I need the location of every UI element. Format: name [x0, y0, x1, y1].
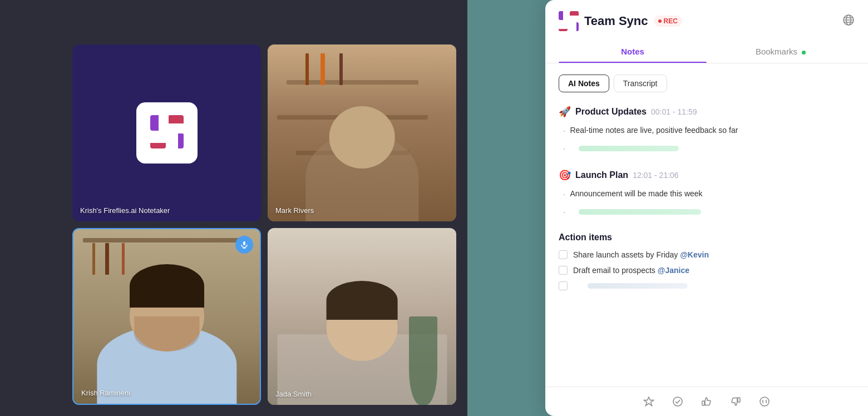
rocket-emoji: 🚀: [559, 106, 571, 118]
checkbox-janice[interactable]: [559, 266, 568, 275]
section-product-updates: 🚀 Product Updates 00:01 - 11:59 · Real-t…: [559, 106, 855, 156]
note-text: Real-time notes are live, positive feedb…: [570, 125, 738, 136]
tab-notes[interactable]: Notes: [559, 40, 707, 63]
sub-tabs: AI Notes Transcript: [559, 75, 855, 92]
section-title-product-updates: Product Updates: [575, 107, 647, 117]
video-tile-jada: Jada Smith: [268, 228, 456, 405]
action-placeholder: [588, 283, 688, 289]
note-item-placeholder: ·: [563, 206, 855, 219]
svg-rect-26: [702, 401, 704, 405]
panel-footer: [545, 387, 868, 416]
notetaker-logo-box: [136, 102, 198, 164]
note-item-placeholder: ·: [563, 142, 855, 156]
svg-rect-18: [559, 22, 568, 29]
sub-tab-transcript[interactable]: Transcript: [614, 75, 667, 92]
thumbs-down-icon[interactable]: [730, 396, 741, 407]
brand-logo-icon: [559, 11, 579, 31]
section-header-launch-plan: 🎯 Launch Plan 12:01 - 21:06: [559, 169, 855, 181]
action-item-janice: Draft email to prospects @Janice: [559, 266, 855, 275]
section-title-launch-plan: Launch Plan: [575, 170, 628, 180]
mention-janice: @Janice: [658, 266, 689, 275]
bookmarks-indicator: [802, 51, 806, 55]
svg-rect-17: [570, 22, 576, 31]
action-item-placeholder: [559, 281, 855, 290]
svg-marker-24: [644, 397, 654, 406]
svg-rect-16: [570, 16, 579, 22]
mic-button-krish[interactable]: [235, 236, 253, 254]
mention-kevin: @Kevin: [680, 250, 709, 259]
panel-tabs: Notes Bookmarks: [559, 40, 855, 63]
note-text: Announcement will be made this week: [570, 188, 702, 200]
panel-header: Team Sync REC Notes: [545, 0, 868, 63]
rec-dot: [658, 19, 662, 23]
title-left: Team Sync REC: [559, 11, 682, 31]
tile-label-jada: Jada Smith: [275, 390, 312, 398]
rec-label: REC: [664, 17, 678, 25]
action-item-kevin: Share launch assets by Friday @Kevin: [559, 250, 855, 259]
section-time-product-updates: 00:01 - 11:59: [651, 107, 697, 116]
bullet-icon: ·: [563, 188, 565, 201]
tile-label-notetaker: Krish's Fireflies.ai Notetaker: [80, 206, 170, 215]
section-header-product-updates: 🚀 Product Updates 00:01 - 11:59: [559, 106, 855, 118]
action-text-janice: Draft email to prospects @Janice: [573, 266, 689, 275]
svg-rect-7: [150, 133, 166, 143]
video-grid: Krish's Fireflies.ai Notetaker Mark Rive…: [0, 0, 467, 416]
fireflies-logo-icon: [147, 112, 186, 153]
notes-panel: Team Sync REC Notes: [545, 0, 868, 416]
video-tile-notetaker: Krish's Fireflies.ai Notetaker: [72, 44, 261, 221]
panel-title-row: Team Sync REC: [559, 11, 855, 31]
svg-point-25: [673, 397, 682, 406]
tile-label-krish: Krish Ramineni: [81, 389, 130, 397]
sub-tab-ai-notes[interactable]: AI Notes: [559, 75, 609, 92]
target-emoji: 🎯: [559, 169, 571, 181]
thumbs-up-icon[interactable]: [701, 396, 712, 407]
meeting-title: Team Sync: [584, 14, 648, 28]
action-items-title: Action items: [559, 232, 855, 242]
section-time-launch-plan: 12:01 - 21:06: [633, 171, 679, 180]
svg-rect-27: [738, 398, 740, 402]
checkbox-kevin[interactable]: [559, 250, 568, 259]
video-tile-mark: Mark Rivers: [268, 44, 456, 221]
globe-icon[interactable]: [842, 14, 855, 29]
checkbox-placeholder[interactable]: [559, 281, 568, 290]
note-placeholder: [579, 146, 679, 151]
note-item: · Announcement will be made this week: [563, 188, 855, 201]
svg-rect-5: [168, 123, 184, 133]
panel-body: AI Notes Transcript 🚀 Product Updates 00…: [545, 63, 868, 387]
notes-items-launch-plan: · Announcement will be made this week ·: [559, 188, 855, 219]
pause-circle-icon[interactable]: [759, 396, 770, 407]
action-items-section: Action items Share launch assets by Frid…: [559, 232, 855, 290]
action-text-kevin: Share launch assets by Friday @Kevin: [573, 250, 709, 259]
star-icon[interactable]: [643, 396, 654, 407]
notes-items-product-updates: · Real-time notes are live, positive fee…: [559, 125, 855, 156]
note-placeholder: [579, 209, 701, 215]
note-item: · Real-time notes are live, positive fee…: [563, 125, 855, 138]
bullet-icon: ·: [563, 125, 565, 138]
check-circle-icon[interactable]: [672, 396, 683, 407]
svg-rect-6: [168, 133, 178, 148]
bullet-icon: ·: [563, 206, 565, 219]
tile-label-mark: Mark Rivers: [275, 206, 314, 215]
svg-point-28: [760, 397, 769, 406]
rec-badge: REC: [654, 16, 682, 27]
tab-bookmarks[interactable]: Bookmarks: [707, 40, 855, 63]
section-launch-plan: 🎯 Launch Plan 12:01 - 21:06 · Announceme…: [559, 169, 855, 219]
svg-rect-4: [159, 115, 169, 131]
svg-rect-8: [243, 241, 245, 245]
svg-rect-15: [563, 11, 570, 20]
bullet-icon: ·: [563, 142, 565, 156]
video-tile-krish: Krish Ramineni: [72, 228, 261, 405]
mark-bg: [268, 44, 456, 221]
